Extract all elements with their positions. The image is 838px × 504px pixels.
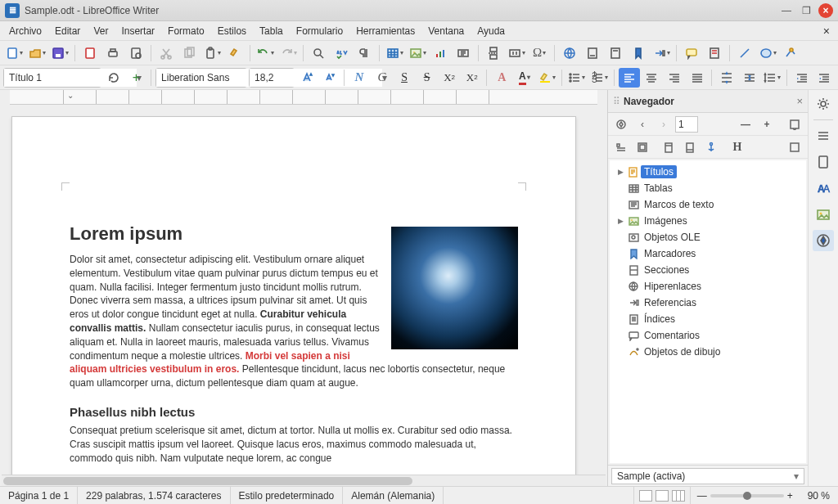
page[interactable]: Lorem ipsum Dolor sit amet, consectetur …	[11, 116, 576, 475]
sidebar-settings-icon[interactable]	[813, 93, 834, 115]
menu-estilos[interactable]: Estilos	[212, 23, 252, 39]
paste-button[interactable]	[201, 43, 223, 63]
font-color-button[interactable]: A	[514, 68, 535, 88]
highlight-color-button[interactable]	[537, 68, 558, 88]
zoom-in-button[interactable]: +	[787, 490, 793, 502]
track-changes-button[interactable]	[704, 43, 725, 63]
tree-item-titulos[interactable]: ▶Títulos	[611, 164, 804, 180]
nav-content-view-button[interactable]	[611, 138, 631, 156]
new-button[interactable]	[3, 43, 25, 63]
nav-footer-button[interactable]	[680, 138, 700, 156]
tree-item-marcadores[interactable]: Marcadores	[611, 245, 804, 262]
nav-page-input[interactable]	[675, 116, 698, 133]
align-center-button[interactable]	[642, 68, 663, 88]
new-style-button[interactable]: +	[126, 68, 147, 88]
status-style[interactable]: Estilo predeterminado	[231, 487, 344, 504]
shrink-font-button[interactable]	[319, 68, 340, 88]
embedded-image-earth[interactable]	[391, 227, 518, 349]
insert-comment-button[interactable]	[681, 43, 702, 63]
menu-archivo[interactable]: Archivo	[3, 23, 47, 39]
horizontal-ruler[interactable]: ⌄	[10, 90, 597, 105]
minimize-button[interactable]: —	[779, 3, 794, 18]
maximize-button[interactable]: ❐	[799, 3, 813, 18]
basic-shapes-button[interactable]	[757, 43, 778, 63]
show-draw-functions-button[interactable]	[780, 43, 801, 63]
navigator-tree[interactable]: ▶Títulos Tablas Marcos de texto ▶Imágene…	[610, 160, 806, 463]
view-multi-page-button[interactable]	[656, 490, 669, 502]
sidebar-styles-icon[interactable]: AA	[813, 178, 834, 199]
save-button[interactable]	[49, 43, 70, 63]
tree-item-ole[interactable]: Objetos OLE	[611, 229, 804, 245]
insert-textbox-button[interactable]	[453, 43, 474, 63]
insert-table-button[interactable]	[384, 43, 405, 63]
menu-ventana[interactable]: Ventana	[422, 23, 470, 39]
status-page[interactable]: Página 1 de 1	[0, 487, 78, 504]
nav-anchor-button[interactable]	[701, 138, 721, 156]
nav-listbox-button[interactable]	[785, 138, 804, 156]
increase-spacing-button[interactable]	[716, 68, 737, 88]
clear-formatting-button[interactable]: A	[491, 68, 512, 88]
print-preview-button[interactable]	[125, 43, 146, 63]
insert-hyperlink-button[interactable]	[559, 43, 580, 63]
status-wordcount[interactable]: 229 palabras, 1.574 caracteres	[78, 487, 230, 504]
copy-button[interactable]	[178, 43, 200, 63]
grow-font-button[interactable]	[296, 68, 318, 88]
numbered-list-button[interactable]: 123	[589, 68, 610, 88]
close-button[interactable]: ×	[818, 3, 833, 18]
bold-button[interactable]: N	[349, 68, 370, 88]
find-replace-button[interactable]	[308, 43, 329, 63]
zoom-slider[interactable]: — +	[691, 490, 800, 502]
menu-ver[interactable]: Ver	[88, 23, 114, 39]
menu-formulario[interactable]: Formulario	[291, 23, 349, 39]
tree-item-indices[interactable]: Índices	[611, 311, 804, 327]
sidebar-page-icon[interactable]	[813, 151, 834, 173]
redo-button[interactable]	[277, 43, 299, 63]
tree-item-tablas[interactable]: Tablas	[611, 180, 804, 196]
insert-line-button[interactable]	[734, 43, 755, 63]
open-button[interactable]	[26, 43, 47, 63]
navigator-close-button[interactable]: ×	[796, 95, 803, 107]
font-size-combo[interactable]: ▾	[249, 68, 295, 88]
superscript-button[interactable]: X2	[439, 68, 460, 88]
nav-demote-button[interactable]: +	[757, 115, 777, 133]
nav-prev-button[interactable]: ‹	[633, 115, 652, 133]
cut-button[interactable]	[155, 43, 177, 63]
formatting-marks-button[interactable]	[354, 43, 375, 63]
zoom-value[interactable]: 90 %	[800, 487, 838, 504]
increase-indent-button[interactable]	[791, 68, 813, 88]
nav-header-button[interactable]	[659, 138, 678, 156]
insert-chart-button[interactable]	[430, 43, 451, 63]
insert-cross-reference-button[interactable]	[651, 43, 672, 63]
strikethrough-button[interactable]: S	[417, 68, 438, 88]
nav-next-button[interactable]: ›	[654, 115, 674, 133]
decrease-spacing-button[interactable]	[739, 68, 760, 88]
insert-bookmark-button[interactable]	[628, 43, 649, 63]
underline-button[interactable]: S	[394, 68, 415, 88]
undo-button[interactable]	[255, 43, 276, 63]
export-pdf-button[interactable]	[79, 43, 101, 63]
insert-endnote-button[interactable]	[605, 43, 626, 63]
sidebar-properties-icon[interactable]	[813, 125, 834, 146]
menu-formato[interactable]: Formato	[162, 23, 210, 39]
font-name-combo[interactable]: ▾	[155, 68, 247, 88]
insert-footnote-button[interactable]	[582, 43, 603, 63]
sidebar-gallery-icon[interactable]	[813, 204, 834, 225]
nav-toggle-master-button[interactable]	[633, 138, 652, 156]
decrease-indent-button[interactable]	[813, 68, 835, 88]
menu-insertar[interactable]: Insertar	[115, 23, 160, 39]
align-justify-button[interactable]	[687, 68, 708, 88]
view-single-page-button[interactable]	[639, 490, 652, 502]
align-right-button[interactable]	[664, 68, 685, 88]
heading-2[interactable]: Phasellus nibh lectus	[70, 405, 518, 419]
line-spacing-button[interactable]	[761, 68, 782, 88]
bullet-list-button[interactable]	[566, 68, 588, 88]
align-left-button[interactable]	[619, 68, 640, 88]
view-book-button[interactable]	[672, 490, 685, 502]
tree-item-dibujo[interactable]: Objetos de dibujo	[611, 344, 804, 360]
document-viewport[interactable]: Lorem ipsum Dolor sit amet, consectetur …	[0, 105, 607, 475]
insert-symbol-button[interactable]: Ω	[529, 43, 550, 63]
print-button[interactable]	[102, 43, 124, 63]
update-style-button[interactable]	[103, 68, 124, 88]
navigator-document-selector[interactable]: Sample (activa)▾	[611, 468, 804, 484]
nav-navigation-button[interactable]	[611, 115, 631, 133]
